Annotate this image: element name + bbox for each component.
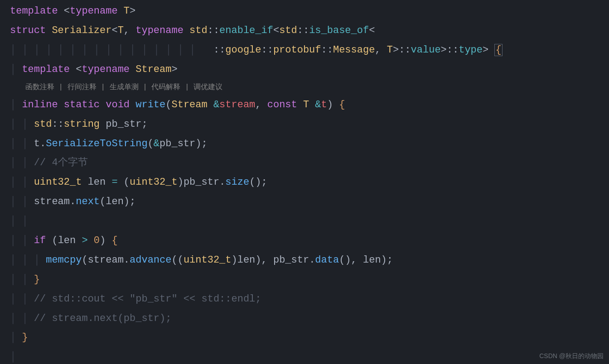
comment-4bytes: // 4个字节 <box>34 157 88 168</box>
codelens-explain[interactable]: 代码解释 <box>151 83 180 91</box>
fn-memcpy: memcpy <box>46 254 82 266</box>
brace-open: { <box>494 44 502 56</box>
codelens-line-comment[interactable]: 行间注释 <box>68 83 97 91</box>
keyword-struct: struct <box>10 25 46 36</box>
enable-if: enable_if <box>219 25 273 36</box>
keyword-typename: typename <box>70 5 118 17</box>
code-line: │ │ // 4个字节 <box>0 153 609 173</box>
code-line: │ inline static void write(Stream &strea… <box>0 96 609 115</box>
code-line: │ │ t.SerializeToString(&pb_str); <box>0 134 609 154</box>
is-base-of: is_base_of <box>309 25 369 36</box>
code-line: struct Serializer<T, typename std::enabl… <box>0 21 609 41</box>
code-line: │ │ stream.next(len); <box>0 192 609 212</box>
code-line: │ │ std::string pb_str; <box>0 115 609 134</box>
var-pbstr: pb_str <box>106 119 141 130</box>
type-stream: Stream <box>135 64 171 75</box>
codelens-gen-test[interactable]: 生成单测 <box>110 83 139 91</box>
keyword-template: template <box>10 5 58 17</box>
code-line: │ template <typename Stream> <box>0 60 609 80</box>
param-t: t <box>321 99 327 110</box>
fn-serialize: SerializeToString <box>46 138 147 149</box>
fn-next: next <box>76 196 100 207</box>
code-line: │ │ } <box>0 270 609 290</box>
type-uint32: uint32_t <box>34 177 82 188</box>
code-line: │ │ // stream.next(pb_str); <box>0 309 609 329</box>
codelens-func-comment[interactable]: 函数注释 <box>25 83 54 91</box>
code-line: │ │ // std::cout << "pb_str" << std::end… <box>0 290 609 309</box>
type-T: T <box>124 5 130 17</box>
code-line: │ │ │ │ │ │ │ │ │ │ │ │ │ │ │ │ ::google… <box>0 41 609 60</box>
code-editor[interactable]: template <typename T> struct Serializer<… <box>0 2 609 364</box>
fn-write: write <box>135 99 165 110</box>
var-len: len <box>88 177 106 188</box>
fn-advance: advance <box>130 254 171 266</box>
code-line: │ │ uint32_t len = (uint32_t)pb_str.size… <box>0 173 609 192</box>
code-line: │ } <box>0 328 609 348</box>
comment-next: // stream.next(pb_str); <box>34 313 172 324</box>
fn-data: data <box>315 254 339 266</box>
comment-cout: // std::cout << "pb_str" << std::endl; <box>34 293 261 305</box>
watermark: CSDN @秋日的动物园 <box>539 350 604 362</box>
code-line: template <typename T> <box>0 2 609 21</box>
type-serializer: Serializer <box>52 25 111 36</box>
type-message: Message <box>333 44 375 56</box>
code-line-empty: │ <box>0 348 609 364</box>
code-line: │ │ │ memcpy(stream.advance((uint32_t)le… <box>0 251 609 270</box>
code-line-empty: │ │ <box>0 212 609 231</box>
codelens-optimize[interactable]: 调优建议 <box>193 83 222 91</box>
codelens-bar[interactable]: 函数注释 | 行间注释 | 生成单测 | 代码解释 | 调优建议 <box>0 80 609 96</box>
code-line: │ │ if (len > 0) { <box>0 231 609 251</box>
param-stream: stream <box>219 99 255 110</box>
